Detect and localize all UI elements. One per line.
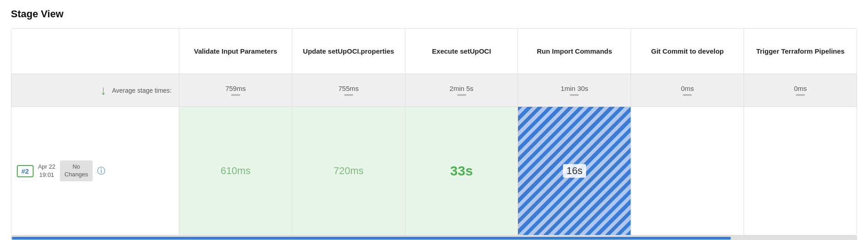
stage-avg-trigger-terraform: 0ms: [744, 74, 857, 107]
build-number-badge[interactable]: #2: [17, 165, 34, 177]
stage-header-trigger-terraform: Trigger Terraform Pipelines: [744, 29, 857, 74]
avg-stage-times-label: Average stage times:: [112, 87, 172, 94]
stage-build-validate[interactable]: 610ms: [179, 107, 292, 235]
stage-build-trigger-terraform[interactable]: [744, 107, 857, 235]
stage-build-git-commit[interactable]: [631, 107, 744, 235]
stage-build-update-setupoci[interactable]: 720ms: [292, 107, 405, 235]
avg-label-row: ↓ Average stage times:: [11, 74, 179, 107]
horizontal-scrollbar[interactable]: [11, 235, 857, 240]
avg-bar-run-import: [570, 94, 579, 96]
stage-avg-run-import: 1min 30s: [518, 74, 631, 107]
stage-header-run-import: Run Import Commands: [518, 29, 631, 74]
left-column: ↓ Average stage times: #2 Apr 22 19:01 N…: [11, 29, 179, 235]
stage-avg-validate: 759ms: [179, 74, 292, 107]
scrollbar-thumb[interactable]: [12, 237, 731, 240]
stage-col-run-import: Run Import Commands 1min 30s 16s: [518, 29, 631, 235]
stage-avg-execute-setupoci: 2min 5s: [405, 74, 518, 107]
stage-build-run-import[interactable]: 16s: [518, 107, 631, 235]
stages-container: Validate Input Parameters 759ms 610ms Up…: [179, 29, 857, 235]
avg-bar-execute-setupoci: [457, 94, 466, 96]
stage-header-execute-setupoci: Execute setUpOCI: [405, 29, 518, 74]
stage-header-git-commit: Git Commit to develop: [631, 29, 744, 74]
stage-header-validate: Validate Input Parameters: [179, 29, 292, 74]
stage-avg-update-setupoci: 755ms: [292, 74, 405, 107]
stage-table: ↓ Average stage times: #2 Apr 22 19:01 N…: [11, 28, 857, 235]
down-arrow-icon: ↓: [100, 83, 107, 98]
stage-col-trigger-terraform: Trigger Terraform Pipelines 0ms: [744, 29, 857, 235]
avg-bar-update-setupoci: [344, 94, 353, 96]
avg-bar-trigger-terraform: [796, 94, 805, 96]
stage-col-validate: Validate Input Parameters 759ms 610ms: [179, 29, 292, 235]
info-icon[interactable]: ⓘ: [97, 165, 105, 176]
stage-col-update-setupoci: Update setUpOCI.properties 755ms 720ms: [292, 29, 405, 235]
build-date: Apr 22 19:01: [38, 163, 55, 179]
page-title: Stage View: [11, 8, 857, 20]
stage-col-git-commit: Git Commit to develop 0ms: [631, 29, 744, 235]
left-header: [11, 29, 179, 74]
build-row: #2 Apr 22 19:01 NoChanges ⓘ: [11, 107, 179, 235]
stage-build-execute-setupoci[interactable]: 33s: [405, 107, 518, 235]
stage-col-execute-setupoci: Execute setUpOCI 2min 5s 33s: [405, 29, 518, 235]
stage-view-page: Stage View ↓ Average stage times: #2 Apr…: [0, 0, 868, 240]
avg-bar-validate: [231, 94, 240, 96]
stage-header-update-setupoci: Update setUpOCI.properties: [292, 29, 405, 74]
avg-bar-git-commit: [683, 94, 692, 96]
stage-avg-git-commit: 0ms: [631, 74, 744, 107]
no-changes-button[interactable]: NoChanges: [60, 160, 93, 181]
